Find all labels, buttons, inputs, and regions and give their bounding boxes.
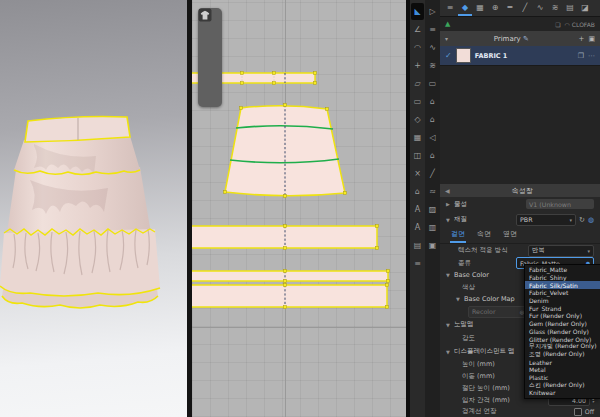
- add-fabric-button[interactable]: +: [579, 35, 585, 43]
- hardware-tab-icon[interactable]: ≋: [548, 0, 562, 16]
- topstitch-tab-icon[interactable]: ═: [503, 0, 517, 16]
- dropdown-item[interactable]: Fur_Strand: [525, 304, 600, 312]
- garment-skirt-3d[interactable]: [0, 0, 187, 417]
- dropdown-item[interactable]: Glitter (Render Only): [525, 335, 600, 343]
- fabric-swatch[interactable]: [456, 48, 471, 63]
- dart-tool[interactable]: ◇: [411, 111, 424, 128]
- texture-mode-select[interactable]: 반복▾: [528, 245, 594, 257]
- collapse-arrow-icon[interactable]: ▼: [446, 217, 454, 223]
- edit-pencil-icon[interactable]: ✎: [523, 35, 529, 43]
- flatten-shirt-tool[interactable]: ⌂: [426, 147, 439, 164]
- dropdown-item[interactable]: Fabric_Shiny: [525, 274, 600, 282]
- collapse-arrow-icon[interactable]: ▼: [446, 272, 454, 278]
- iron-tool[interactable]: ▭: [426, 75, 439, 92]
- dropdown-item[interactable]: Knitwear: [525, 389, 600, 397]
- right-panel: ≡◆▦⊕═╱∿≋▤◪ ▲ ❏ ◠ CLOFAB ▾ Primary ✎ + ▣ …: [440, 0, 600, 417]
- pleat-tool[interactable]: ▦: [411, 129, 424, 146]
- cloud-icon[interactable]: ◠: [565, 21, 570, 28]
- fabric-swatch-icon[interactable]: [202, 69, 219, 84]
- fabric-list-item[interactable]: ✓ FABRIC 1 ❐ ⋯: [440, 46, 600, 66]
- fold-arrangement-tool[interactable]: ◁: [426, 129, 439, 146]
- rectangle-tool[interactable]: ▭: [411, 93, 424, 110]
- button-tab-icon[interactable]: ⊕: [488, 0, 502, 16]
- zipper-tool[interactable]: ▥: [426, 219, 439, 236]
- viewport-3d[interactable]: [0, 0, 187, 417]
- dropdown-item[interactable]: Glass (Render Only): [525, 328, 600, 336]
- collapse-arrow-icon[interactable]: ▼: [456, 296, 464, 302]
- refresh-icon[interactable]: ↻: [579, 216, 585, 224]
- surface-tab[interactable]: 옆면: [502, 227, 518, 243]
- check-icon[interactable]: ✓: [445, 51, 452, 60]
- shirring-tool[interactable]: ≈: [426, 183, 439, 200]
- recolor-field[interactable]: Recolor ◎: [468, 306, 528, 318]
- edit-pattern-tool[interactable]: ∠: [411, 21, 424, 38]
- material-type-label: 종류: [446, 259, 516, 268]
- material-sphere-icon[interactable]: ◍: [588, 216, 594, 224]
- edit-sewing-tool[interactable]: ▷: [426, 3, 439, 20]
- trace-tool[interactable]: ◫: [411, 147, 424, 164]
- scene-icon[interactable]: ▲: [445, 20, 450, 28]
- physical-preset-value[interactable]: V1 (Unknown: [526, 199, 594, 209]
- pattern-piece-ruffle-strip-1[interactable]: [192, 225, 379, 250]
- surface-tab[interactable]: 겉면: [450, 227, 466, 243]
- surface-tab[interactable]: 속면: [476, 227, 492, 243]
- annotation-tool[interactable]: A: [411, 219, 424, 236]
- pattern-piece-band-strip[interactable]: [192, 270, 390, 283]
- dropdown-item[interactable]: Fabric_Velvet: [525, 289, 600, 297]
- folder-icon[interactable]: ❏: [555, 21, 560, 28]
- arrange-shirt-tool[interactable]: ⌂: [426, 93, 439, 110]
- text-tool[interactable]: A: [411, 201, 424, 218]
- object-list-icon[interactable]: ≡: [443, 0, 457, 16]
- puckering-tab-icon[interactable]: ∿: [533, 0, 547, 16]
- dropdown-item[interactable]: 조명 (Render Only): [525, 351, 600, 359]
- edit-curvature-tool[interactable]: ◠: [411, 39, 424, 56]
- object-browser-header: ▾ Primary ✎ + ▣: [440, 31, 600, 46]
- transform-pattern-tool[interactable]: ◣: [411, 3, 424, 20]
- add-point-tool[interactable]: +: [411, 57, 424, 74]
- dropdown-item[interactable]: Denim: [525, 297, 600, 305]
- collapse-arrow-icon[interactable]: ▼: [446, 322, 454, 328]
- trim-tab-icon[interactable]: ▤: [563, 0, 577, 16]
- dropdown-item[interactable]: Gem (Render Only): [525, 320, 600, 328]
- copy-icon[interactable]: ❐: [578, 52, 584, 60]
- segment-sewing-tool[interactable]: ≡: [426, 21, 439, 38]
- pattern-piece-skirt-front[interactable]: [224, 104, 347, 198]
- pattern-piece-ruffle-strip-2[interactable]: [192, 284, 389, 309]
- shader-select[interactable]: PBR▾: [516, 214, 576, 226]
- fabric-tab-icon[interactable]: ◆: [458, 0, 472, 16]
- cut-tool[interactable]: ×: [411, 165, 424, 182]
- dropdown-item[interactable]: Fabric_Matte: [525, 266, 600, 274]
- avatar-tab-icon[interactable]: ◪: [578, 0, 592, 16]
- dropdown-item[interactable]: Metal: [525, 366, 600, 374]
- dropdown-item[interactable]: 스킨 (Render Only): [525, 381, 600, 389]
- expand-arrow-icon[interactable]: ▶: [446, 201, 454, 207]
- info-icon[interactable]: i: [202, 50, 219, 65]
- folder-icon[interactable]: ▣: [588, 35, 595, 43]
- seam-allowance-tool[interactable]: ⌂: [411, 183, 424, 200]
- shirt-pattern-icon[interactable]: [202, 88, 219, 103]
- polygon-tool[interactable]: ▱: [411, 75, 424, 92]
- stitch-tab-icon[interactable]: ╱: [518, 0, 532, 16]
- dropdown-item[interactable]: Fabric_Silk/Satin: [525, 281, 600, 289]
- free-sewing-tool[interactable]: ∿: [426, 39, 439, 56]
- property-editor-header: ◀ 속성창: [440, 184, 600, 197]
- button-tool[interactable]: ▣: [426, 237, 439, 254]
- measure-tool[interactable]: ╱: [426, 165, 439, 182]
- collapse-arrow-icon[interactable]: ▼: [446, 349, 454, 355]
- taping-tool[interactable]: ▨: [426, 201, 439, 218]
- boundary-extend-checkbox[interactable]: [574, 408, 582, 416]
- solidify-shirt-tool[interactable]: ⌂: [426, 111, 439, 128]
- mn-sewing-tool[interactable]: ≋: [426, 57, 439, 74]
- magnifier-icon: ◎: [517, 309, 524, 315]
- dropdown-item[interactable]: 무지개빛 (Render Only): [525, 343, 600, 351]
- more-menu-icon[interactable]: ⋯: [588, 52, 595, 60]
- grading-tool[interactable]: ▤: [411, 237, 424, 254]
- misc-pattern-tool[interactable]: ≡: [411, 255, 424, 272]
- browser-empty-area: [440, 66, 600, 184]
- dropdown-item[interactable]: Leather: [525, 358, 600, 366]
- shirt-3d-icon[interactable]: [202, 31, 219, 46]
- viewport-2d[interactable]: i: [192, 0, 406, 417]
- graphic-tab-icon[interactable]: ▦: [473, 0, 487, 16]
- dropdown-item[interactable]: Fur (Render Only): [525, 312, 600, 320]
- dropdown-item[interactable]: Plastic: [525, 374, 600, 382]
